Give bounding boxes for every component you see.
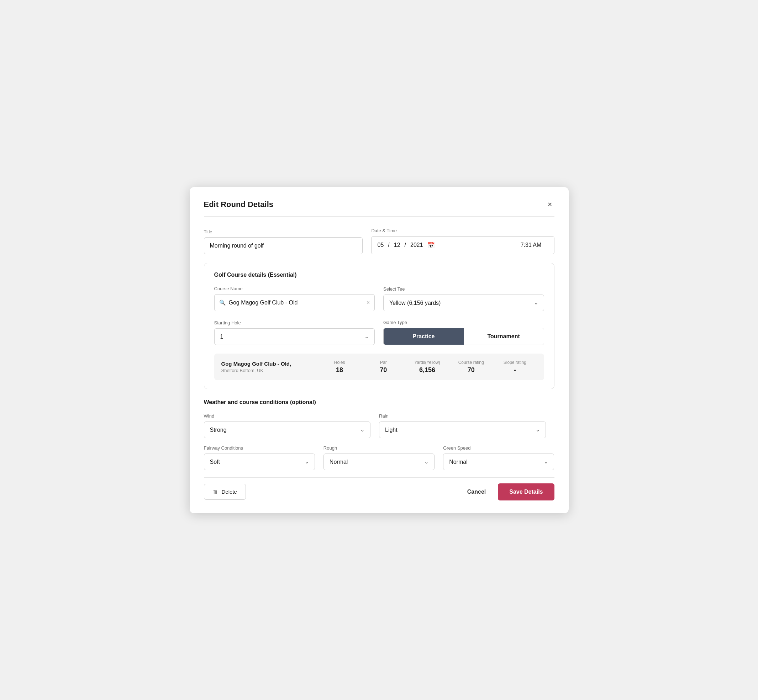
holes-stat: Holes 18 bbox=[318, 360, 362, 374]
calendar-icon: 📅 bbox=[428, 242, 435, 249]
date-day: 12 bbox=[394, 242, 400, 248]
starting-hole-select[interactable]: 1 10 bbox=[214, 328, 375, 345]
close-button[interactable]: × bbox=[545, 200, 554, 209]
par-stat: Par 70 bbox=[362, 360, 405, 374]
course-tee-row: Course Name 🔍 × Select Tee Yellow (6,156… bbox=[214, 286, 544, 311]
practice-button[interactable]: Practice bbox=[384, 328, 464, 345]
date-month: 05 bbox=[377, 242, 384, 248]
footer-row: 🗑 Delete Cancel Save Details bbox=[204, 477, 554, 500]
slope-rating-label: Slope rating bbox=[504, 360, 526, 365]
fairway-label: Fairway Conditions bbox=[204, 445, 315, 451]
fairway-rough-green-row: Fairway Conditions Soft Normal Hard ⌄ Ro… bbox=[204, 445, 554, 470]
title-label: Title bbox=[204, 229, 363, 234]
datetime-group: Date & Time 05 / 12 / 2021 📅 7:31 AM bbox=[371, 228, 554, 254]
course-name-input[interactable] bbox=[214, 294, 375, 311]
green-group: Green Speed Slow Normal Fast ⌄ bbox=[443, 445, 554, 470]
course-rating-stat: Course rating 70 bbox=[449, 360, 493, 374]
wind-group: Wind Calm Light Moderate Strong Very Str… bbox=[204, 413, 371, 438]
course-info-name: Gog Magog Golf Club - Old, Shelford Bott… bbox=[221, 361, 318, 373]
holes-value: 18 bbox=[336, 366, 343, 374]
yards-value: 6,156 bbox=[419, 366, 435, 374]
course-name-group: Course Name 🔍 × bbox=[214, 286, 375, 311]
course-rating-label: Course rating bbox=[458, 360, 484, 365]
time-box[interactable]: 7:31 AM bbox=[508, 236, 554, 254]
starting-hole-label: Starting Hole bbox=[214, 320, 375, 325]
weather-section: Weather and course conditions (optional)… bbox=[204, 399, 554, 470]
date-box[interactable]: 05 / 12 / 2021 📅 bbox=[371, 236, 508, 254]
green-label: Green Speed bbox=[443, 445, 554, 451]
modal-header: Edit Round Details × bbox=[204, 200, 554, 217]
golf-course-title: Golf Course details (Essential) bbox=[214, 272, 544, 278]
trash-icon: 🗑 bbox=[213, 489, 218, 495]
wind-select[interactable]: Calm Light Moderate Strong Very Strong bbox=[204, 422, 371, 438]
save-button[interactable]: Save Details bbox=[498, 483, 554, 500]
hole-gametype-row: Starting Hole 1 10 ⌄ Game Type Practice … bbox=[214, 320, 544, 345]
starting-hole-wrapper: 1 10 ⌄ bbox=[214, 328, 375, 345]
par-label: Par bbox=[380, 360, 387, 365]
title-input[interactable] bbox=[204, 237, 363, 254]
fairway-select[interactable]: Soft Normal Hard bbox=[204, 453, 315, 470]
course-rating-value: 70 bbox=[468, 366, 475, 374]
slope-rating-stat: Slope rating - bbox=[493, 360, 537, 374]
wind-label: Wind bbox=[204, 413, 371, 419]
rain-group: Rain None Light Moderate Heavy ⌄ bbox=[379, 413, 546, 438]
yards-stat: Yards(Yellow) 6,156 bbox=[405, 360, 449, 374]
date-sep2: / bbox=[405, 242, 406, 248]
rough-group: Rough Short Normal Long ⌄ bbox=[324, 445, 434, 470]
date-year: 2021 bbox=[410, 242, 423, 248]
wind-wrapper: Calm Light Moderate Strong Very Strong ⌄ bbox=[204, 422, 371, 438]
holes-label: Holes bbox=[334, 360, 345, 365]
select-tee-select[interactable]: Yellow (6,156 yards) bbox=[383, 295, 544, 311]
footer-right: Cancel Save Details bbox=[464, 483, 554, 500]
select-tee-group: Select Tee Yellow (6,156 yards) ⌄ bbox=[383, 286, 544, 311]
green-wrapper: Slow Normal Fast ⌄ bbox=[443, 453, 554, 470]
delete-label: Delete bbox=[222, 489, 237, 495]
clear-icon[interactable]: × bbox=[366, 300, 370, 306]
title-group: Title bbox=[204, 229, 363, 254]
date-time-wrapper: 05 / 12 / 2021 📅 7:31 AM bbox=[371, 236, 554, 254]
game-type-toggle: Practice Tournament bbox=[383, 328, 544, 345]
wind-rain-row: Wind Calm Light Moderate Strong Very Str… bbox=[204, 413, 554, 438]
par-value: 70 bbox=[380, 366, 387, 374]
rain-label: Rain bbox=[379, 413, 546, 419]
course-location: Shelford Bottom, UK bbox=[221, 368, 318, 373]
cancel-button[interactable]: Cancel bbox=[464, 484, 489, 500]
game-type-label: Game Type bbox=[383, 320, 544, 325]
rain-wrapper: None Light Moderate Heavy ⌄ bbox=[379, 422, 546, 438]
modal-title: Edit Round Details bbox=[204, 200, 274, 209]
course-name-wrapper: 🔍 × bbox=[214, 294, 375, 311]
time-value: 7:31 AM bbox=[521, 242, 542, 248]
datetime-label: Date & Time bbox=[371, 228, 554, 233]
search-icon: 🔍 bbox=[219, 300, 226, 306]
weather-title: Weather and course conditions (optional) bbox=[204, 399, 554, 405]
date-sep1: / bbox=[388, 242, 389, 248]
yards-label: Yards(Yellow) bbox=[414, 360, 440, 365]
game-type-group: Game Type Practice Tournament bbox=[383, 320, 544, 345]
edit-round-modal: Edit Round Details × Title Date & Time 0… bbox=[190, 187, 568, 513]
delete-button[interactable]: 🗑 Delete bbox=[204, 484, 246, 500]
select-tee-label: Select Tee bbox=[383, 286, 544, 292]
course-info-row: Gog Magog Golf Club - Old, Shelford Bott… bbox=[214, 353, 544, 380]
fairway-group: Fairway Conditions Soft Normal Hard ⌄ bbox=[204, 445, 315, 470]
golf-course-section: Golf Course details (Essential) Course N… bbox=[204, 263, 554, 389]
rough-label: Rough bbox=[324, 445, 434, 451]
rough-select[interactable]: Short Normal Long bbox=[324, 453, 434, 470]
select-tee-wrapper: Yellow (6,156 yards) ⌄ bbox=[383, 295, 544, 311]
fairway-wrapper: Soft Normal Hard ⌄ bbox=[204, 453, 315, 470]
slope-rating-value: - bbox=[514, 366, 516, 374]
green-select[interactable]: Slow Normal Fast bbox=[443, 453, 554, 470]
title-datetime-row: Title Date & Time 05 / 12 / 2021 📅 7:31 … bbox=[204, 228, 554, 254]
course-name-label: Course Name bbox=[214, 286, 375, 291]
tournament-button[interactable]: Tournament bbox=[464, 328, 544, 345]
rain-select[interactable]: None Light Moderate Heavy bbox=[379, 422, 546, 438]
course-name-display: Gog Magog Golf Club - Old, bbox=[221, 361, 318, 367]
starting-hole-group: Starting Hole 1 10 ⌄ bbox=[214, 320, 375, 345]
rough-wrapper: Short Normal Long ⌄ bbox=[324, 453, 434, 470]
